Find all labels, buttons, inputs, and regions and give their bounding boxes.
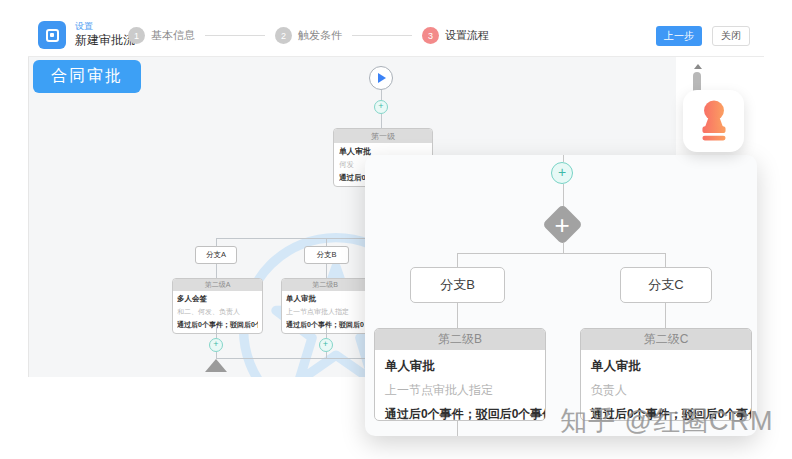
approval-type: 单人审批 bbox=[286, 294, 364, 304]
branch-split-line bbox=[457, 253, 666, 254]
step-connector bbox=[205, 35, 265, 36]
branch-b-button[interactable]: 分支B bbox=[304, 246, 349, 264]
approval-type: 单人审批 bbox=[385, 358, 535, 375]
connector-line bbox=[665, 253, 666, 267]
connector-line bbox=[326, 264, 327, 278]
connector-line bbox=[216, 264, 217, 278]
connector-line bbox=[563, 155, 564, 162]
close-button[interactable]: 关闭 bbox=[712, 26, 750, 46]
add-node-button[interactable]: + bbox=[551, 162, 573, 184]
plus-icon: + bbox=[555, 212, 570, 238]
level2b-card[interactable]: 第二级B 单人审批 上一节点审批人指定 通过后0个事件；驳回后0个事件 bbox=[281, 278, 369, 334]
add-node-button[interactable]: + bbox=[374, 100, 388, 114]
condition-gateway-node[interactable]: + bbox=[542, 204, 583, 245]
connector-line bbox=[457, 421, 458, 436]
approval-doc-icon bbox=[46, 29, 59, 42]
step-number: 1 bbox=[128, 27, 145, 44]
flow-zoom-overlay[interactable]: + + 分支B 分支C 第二级B 单人审批 上一节点审批人指定 通过后0个事件；… bbox=[365, 155, 757, 436]
connector-line bbox=[216, 327, 217, 338]
add-node-button[interactable]: + bbox=[209, 338, 223, 352]
step-number: 3 bbox=[422, 27, 439, 44]
top-bar: 设置 新建审批流 1 基本信息 2 触发条件 3 设置流程 上一步 关闭 bbox=[28, 14, 764, 57]
assignee: 负责人 bbox=[591, 382, 741, 399]
card-title: 第二级B bbox=[282, 279, 368, 291]
stamp-icon bbox=[696, 100, 732, 142]
connector-line bbox=[326, 238, 327, 246]
branch-b-button[interactable]: 分支B bbox=[410, 267, 505, 303]
step-set-process[interactable]: 3 设置流程 bbox=[422, 27, 489, 44]
connector-line bbox=[457, 253, 458, 267]
app-logo-icon bbox=[38, 21, 66, 49]
play-icon bbox=[378, 73, 386, 83]
connector-line bbox=[563, 243, 564, 253]
assignee: 上一节点审批人指定 bbox=[385, 382, 535, 399]
connector-line bbox=[381, 90, 382, 100]
assignee: 上一节点审批人指定 bbox=[286, 307, 364, 317]
step-basic-info[interactable]: 1 基本信息 bbox=[128, 27, 195, 44]
flow-name-badge: 合同审批 bbox=[33, 60, 141, 93]
level2b-card[interactable]: 第二级B 单人审批 上一节点审批人指定 通过后0个事件；驳回后0个事件 bbox=[374, 328, 546, 421]
page-title: 新建审批流 bbox=[75, 32, 135, 49]
events-summary: 通过后0个事件；驳回后0个事件 bbox=[177, 320, 258, 330]
branch-c-button[interactable]: 分支C bbox=[620, 267, 712, 303]
add-node-button[interactable]: + bbox=[319, 338, 333, 352]
watermark: 知乎 @红圈CRM bbox=[560, 403, 773, 439]
connector-line bbox=[665, 303, 666, 328]
stepper: 1 基本信息 2 触发条件 3 设置流程 bbox=[128, 14, 489, 57]
connector-line bbox=[381, 114, 382, 128]
card-title: 第二级C bbox=[581, 329, 751, 350]
branch-a-button[interactable]: 分支A bbox=[195, 246, 237, 264]
approval-type: 多人会签 bbox=[177, 294, 258, 304]
connector-line bbox=[457, 303, 458, 328]
step-number: 2 bbox=[275, 27, 292, 44]
card-title: 第二级A bbox=[173, 279, 262, 291]
step-connector bbox=[352, 35, 412, 36]
assignee: 和二、何发、负责人 bbox=[177, 307, 258, 317]
card-title: 第一级 bbox=[334, 129, 432, 143]
scroll-up-icon[interactable] bbox=[694, 64, 702, 69]
connector-line bbox=[216, 238, 217, 246]
step-trigger-condition[interactable]: 2 触发条件 bbox=[275, 27, 342, 44]
merge-triangle-icon bbox=[205, 359, 227, 372]
connector-line bbox=[326, 327, 327, 338]
level2a-card[interactable]: 第二级A 多人会签 和二、何发、负责人 通过后0个事件；驳回后0个事件 bbox=[172, 278, 263, 334]
events-summary: 通过后0个事件；驳回后0个事件 bbox=[385, 406, 535, 421]
stamp-panel[interactable] bbox=[683, 90, 744, 152]
start-node[interactable] bbox=[369, 66, 393, 90]
previous-step-button[interactable]: 上一步 bbox=[656, 26, 702, 46]
card-title: 第二级B bbox=[375, 329, 545, 350]
approval-type: 单人审批 bbox=[591, 358, 741, 375]
